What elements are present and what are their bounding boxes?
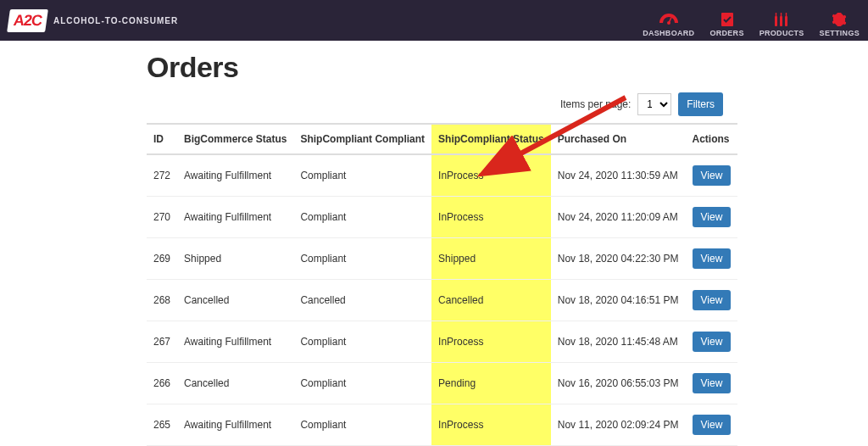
cell-bc-status: Shipped: [177, 238, 293, 280]
cell-actions: View: [686, 154, 738, 197]
cell-purchased-on: Nov 11, 2020 02:09:24 PM: [551, 404, 686, 446]
svg-rect-3: [775, 16, 777, 26]
col-actions: Actions: [686, 124, 738, 154]
cell-actions: View: [686, 197, 738, 238]
filters-button[interactable]: Filters: [678, 92, 723, 116]
cell-sc-compliant: Compliant: [293, 197, 431, 238]
cell-id: 270: [147, 197, 177, 238]
cell-purchased-on: Nov 18, 2020 04:16:51 PM: [551, 280, 686, 321]
col-sc-status[interactable]: ShipCompliant Status: [431, 124, 551, 154]
col-sc-compliant[interactable]: ShipCompliant Compliant: [293, 124, 431, 154]
clipboard-check-icon: [718, 12, 737, 27]
cell-bc-status: Cancelled: [177, 363, 293, 404]
view-button[interactable]: View: [693, 415, 732, 435]
cell-sc-status: InProcess: [431, 197, 551, 238]
cell-id: 266: [147, 363, 177, 404]
table-row: 268CancelledCancelledCancelledNov 18, 20…: [147, 280, 737, 321]
cell-actions: View: [686, 238, 738, 280]
cell-bc-status: Awaiting Fulfillment: [177, 197, 293, 238]
svg-rect-7: [785, 16, 787, 26]
nav-orders[interactable]: ORDERS: [709, 12, 743, 37]
bottles-icon: [772, 12, 791, 27]
view-button[interactable]: View: [693, 248, 732, 269]
svg-rect-6: [781, 13, 782, 17]
cell-id: 268: [147, 280, 177, 321]
nav-label: DASHBOARD: [643, 29, 694, 37]
cell-id: 267: [147, 321, 177, 363]
items-per-page-label: Items per page:: [560, 98, 631, 110]
table-toolbar: Items per page: 15 Filters: [147, 92, 723, 116]
nav-label: ORDERS: [709, 29, 743, 37]
items-per-page-select[interactable]: 15: [637, 93, 671, 115]
cell-id: 269: [147, 238, 177, 280]
brand: A2C ALCOHOL-TO-CONSUMER: [8, 9, 178, 32]
table-row: 265Awaiting FulfillmentCompliantInProces…: [147, 404, 737, 446]
cell-actions: View: [686, 363, 738, 404]
cell-bc-status: Cancelled: [177, 280, 293, 321]
page-title: Orders: [147, 51, 723, 84]
nav-settings[interactable]: SETTINGS: [820, 12, 860, 37]
brand-tagline: ALCOHOL-TO-CONSUMER: [53, 16, 178, 25]
view-button[interactable]: View: [693, 165, 732, 186]
cell-purchased-on: Nov 16, 2020 06:55:03 PM: [551, 363, 686, 404]
cell-sc-compliant: Cancelled: [293, 280, 431, 321]
table-row: 267Awaiting FulfillmentCompliantInProces…: [147, 321, 737, 363]
cell-bc-status: Awaiting Fulfillment: [177, 321, 293, 363]
cell-id: 272: [147, 154, 177, 197]
cell-purchased-on: Nov 18, 2020 11:45:48 AM: [551, 321, 686, 363]
cell-bc-status: Awaiting Fulfillment: [177, 404, 293, 446]
table-row: 270Awaiting FulfillmentCompliantInProces…: [147, 197, 737, 238]
top-bar: A2C ALCOHOL-TO-CONSUMER DASHBOARD ORDERS…: [0, 0, 868, 41]
col-id[interactable]: ID: [147, 124, 177, 154]
nav-label: PRODUCTS: [760, 29, 804, 37]
gear-icon: [830, 12, 849, 27]
table-row: 269ShippedCompliantShippedNov 18, 2020 0…: [147, 238, 737, 280]
cell-sc-status: InProcess: [431, 154, 551, 197]
view-button[interactable]: View: [693, 290, 732, 310]
cell-sc-status: Shipped: [431, 238, 551, 280]
cell-sc-status: Pending: [431, 363, 551, 404]
svg-rect-8: [786, 13, 787, 17]
cell-actions: View: [686, 280, 738, 321]
cell-purchased-on: Nov 24, 2020 11:30:59 AM: [551, 154, 686, 197]
cell-sc-compliant: Compliant: [293, 238, 431, 280]
brand-logo: A2C: [7, 9, 48, 32]
svg-rect-5: [780, 16, 782, 26]
cell-purchased-on: Nov 24, 2020 11:20:09 AM: [551, 197, 686, 238]
main-nav: DASHBOARD ORDERS PRODUCTS SETTINGS: [643, 0, 860, 41]
table-row: 266CancelledCompliantPendingNov 16, 2020…: [147, 363, 737, 404]
cell-purchased-on: Nov 18, 2020 04:22:30 PM: [551, 238, 686, 280]
cell-bc-status: Awaiting Fulfillment: [177, 154, 293, 197]
gauge-icon: [659, 12, 678, 27]
svg-rect-1: [668, 17, 671, 22]
cell-sc-compliant: Compliant: [293, 321, 431, 363]
table-header-row: ID BigCommerce Status ShipCompliant Comp…: [147, 124, 737, 154]
cell-sc-compliant: Compliant: [293, 404, 431, 446]
orders-table: ID BigCommerce Status ShipCompliant Comp…: [147, 123, 737, 446]
nav-products[interactable]: PRODUCTS: [760, 12, 804, 37]
nav-dashboard[interactable]: DASHBOARD: [643, 12, 694, 37]
cell-sc-status: Cancelled: [431, 280, 551, 321]
cell-sc-status: InProcess: [431, 321, 551, 363]
view-button[interactable]: View: [693, 332, 732, 352]
page-content: Orders Items per page: 15 Filters ID Big…: [0, 41, 868, 446]
nav-label: SETTINGS: [820, 29, 860, 37]
cell-sc-status: InProcess: [431, 404, 551, 446]
cell-sc-compliant: Compliant: [293, 363, 431, 404]
view-button[interactable]: View: [693, 207, 732, 227]
cell-actions: View: [686, 321, 738, 363]
cell-sc-compliant: Compliant: [293, 154, 431, 197]
view-button[interactable]: View: [693, 373, 732, 393]
cell-id: 265: [147, 404, 177, 446]
cell-actions: View: [686, 404, 738, 446]
col-bc-status[interactable]: BigCommerce Status: [177, 124, 293, 154]
col-purchased-on[interactable]: Purchased On: [551, 124, 686, 154]
svg-rect-4: [776, 13, 776, 17]
table-row: 272Awaiting FulfillmentCompliantInProces…: [147, 154, 737, 197]
